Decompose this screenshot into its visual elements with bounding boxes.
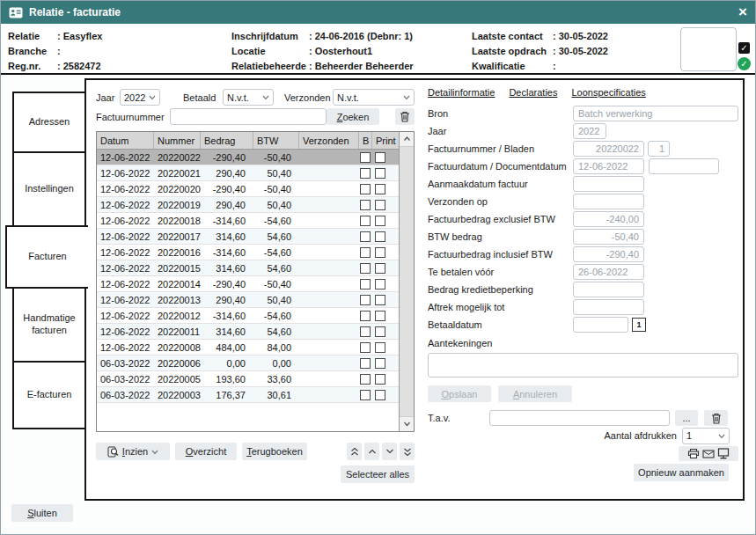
print-checkbox[interactable]	[375, 216, 385, 226]
invoice-table-row[interactable]: 12-06-2022 20220017 314,60 54,60	[97, 229, 399, 245]
tab-e-facturen[interactable]: E-facturen	[12, 361, 86, 429]
factuurdatum-input[interactable]	[573, 158, 644, 174]
tab-instellingen[interactable]: Instellingen	[12, 151, 86, 227]
b-checkbox[interactable]	[360, 295, 371, 305]
column-header-verzonden[interactable]: Verzonden	[299, 132, 359, 149]
column-header-b[interactable]: B	[359, 132, 372, 149]
b-checkbox[interactable]	[360, 263, 371, 274]
print-checkbox[interactable]	[375, 152, 385, 163]
column-header-btw[interactable]: BTW	[253, 132, 299, 149]
print-checkbox[interactable]	[375, 231, 385, 242]
bron-input[interactable]	[573, 106, 738, 121]
selecteer-alles-button[interactable]: Selecteer alles	[341, 465, 415, 483]
print-checkbox[interactable]	[375, 390, 385, 400]
b-checkbox[interactable]	[360, 152, 371, 163]
b-checkbox[interactable]	[360, 247, 371, 258]
print-checkbox[interactable]	[375, 311, 385, 321]
te-betalen-voor-input[interactable]	[573, 264, 644, 280]
invoice-table-row[interactable]: 12-06-2022 20220013 290,40 50,40	[97, 292, 399, 308]
print-checkbox[interactable]	[375, 358, 385, 369]
next-row-button[interactable]	[382, 443, 397, 460]
invoice-table-row[interactable]: 12-06-2022 20220019 290,40 50,40	[97, 197, 399, 213]
print-checkbox[interactable]	[375, 184, 385, 194]
aftrek-tot-input[interactable]	[573, 299, 644, 315]
aanmaakdatum-input[interactable]	[573, 176, 644, 192]
b-checkbox[interactable]	[360, 216, 371, 226]
b-checkbox[interactable]	[360, 358, 371, 369]
last-row-button[interactable]	[400, 443, 415, 460]
print-checkbox[interactable]	[375, 247, 385, 258]
bedrag-incl-input[interactable]	[573, 246, 644, 262]
link-declaraties[interactable]: Declaraties	[509, 87, 557, 98]
b-checkbox[interactable]	[360, 374, 371, 385]
close-button[interactable]: ×	[738, 3, 747, 22]
print-checkbox[interactable]	[375, 295, 385, 305]
invoice-table-row[interactable]: 12-06-2022 20220015 314,60 54,60	[97, 260, 399, 276]
btw-bedrag-input[interactable]	[573, 229, 644, 245]
output-options-button[interactable]	[679, 446, 738, 461]
invoice-table-row[interactable]: 06-03-2022 20220003 176,37 30,61	[97, 387, 399, 403]
invoice-table-row[interactable]: 06-03-2022 20220005 193,60 33,60	[97, 371, 399, 387]
invoice-table-row[interactable]: 06-03-2022 20220006 0,00 0,00	[97, 355, 399, 371]
invoice-table-row[interactable]: 12-06-2022 20220014 -290,40 -50,40	[97, 276, 399, 292]
verzonden-op-input[interactable]	[573, 194, 644, 209]
tab-adressen[interactable]: Adressen	[12, 92, 86, 153]
tav-clear-trash-button[interactable]	[704, 410, 728, 426]
b-checkbox[interactable]	[360, 231, 371, 242]
terugboeken-button[interactable]: Terugboeken	[242, 443, 307, 460]
scroll-up-icon[interactable]	[400, 132, 414, 146]
factuurnummer-input[interactable]	[170, 108, 327, 125]
bedrag-excl-input[interactable]	[573, 211, 644, 227]
b-checkbox[interactable]	[360, 311, 371, 321]
jaar-select[interactable]: 2022	[120, 89, 160, 106]
b-checkbox[interactable]	[360, 200, 371, 210]
betaald-select[interactable]: N.v.t.	[223, 89, 274, 106]
zoeken-button[interactable]: Zoeken	[327, 108, 379, 125]
column-header-datum[interactable]: Datum	[97, 132, 154, 149]
factuurnummer-detail-input[interactable]	[573, 141, 644, 157]
scroll-down-icon[interactable]	[400, 417, 414, 431]
print-checkbox[interactable]	[375, 263, 385, 274]
invoice-table-row[interactable]: 12-06-2022 20220016 -314,60 -54,60	[97, 245, 399, 260]
tab-handmatige-facturen[interactable]: Handmatige facturen	[12, 287, 86, 363]
table-scrollbar[interactable]	[399, 132, 414, 431]
link-detailinformatie[interactable]: Detailinformatie	[428, 87, 495, 98]
calendar-icon[interactable]: 1	[632, 318, 646, 332]
overzicht-button[interactable]: Overzicht	[175, 443, 237, 460]
print-checkbox[interactable]	[375, 374, 385, 385]
print-checkbox[interactable]	[375, 200, 385, 210]
invoice-table-row[interactable]: 12-06-2022 20220011 314,60 54,60	[97, 324, 399, 340]
invoice-table-row[interactable]: 12-06-2022 20220018 -314,60 -54,60	[97, 213, 399, 229]
b-checkbox[interactable]	[360, 168, 371, 179]
aantekeningen-textarea[interactable]	[428, 353, 738, 377]
jaar-detail-input[interactable]	[573, 123, 606, 139]
header-checkbox[interactable]: ✓	[738, 42, 750, 54]
verzonden-select[interactable]: N.v.t.	[333, 89, 415, 106]
print-checkbox[interactable]	[375, 279, 385, 289]
invoice-table-row[interactable]: 12-06-2022 20220021 290,40 50,40	[97, 165, 399, 181]
documentdatum-input[interactable]	[649, 158, 719, 174]
print-checkbox[interactable]	[375, 326, 385, 337]
tab-facturen[interactable]: Facturen	[5, 225, 88, 289]
kredietbeperking-input[interactable]	[573, 282, 644, 297]
column-header-print[interactable]: Print	[372, 132, 399, 149]
aantal-afdrukken-select[interactable]: 1	[682, 428, 730, 444]
opnieuw-aanmaken-button[interactable]: Opnieuw aanmaken	[634, 464, 729, 481]
tav-browse-button[interactable]: ...	[675, 410, 698, 426]
print-checkbox[interactable]	[375, 342, 385, 353]
b-checkbox[interactable]	[360, 279, 371, 289]
bladen-input[interactable]	[648, 141, 670, 157]
invoice-table-row[interactable]: 12-06-2022 20220008 484,00 84,00	[97, 340, 399, 355]
link-loonspecificaties[interactable]: Loonspecificaties	[571, 87, 645, 98]
betaaldatum-input[interactable]	[573, 317, 628, 333]
opslaan-button[interactable]: Opslaan	[428, 385, 491, 402]
invoice-table-row[interactable]: 12-06-2022 20220020 -290,40 -50,40	[97, 181, 399, 197]
print-checkbox[interactable]	[375, 168, 385, 179]
annuleren-button[interactable]: Annuleren	[498, 385, 572, 402]
first-row-button[interactable]	[347, 443, 362, 460]
column-header-nummer[interactable]: Nummer	[154, 132, 201, 149]
inzien-button[interactable]: Inzien	[96, 443, 170, 460]
b-checkbox[interactable]	[360, 184, 371, 194]
previous-row-button[interactable]	[364, 443, 379, 460]
column-header-bedrag[interactable]: Bedrag	[201, 132, 253, 149]
